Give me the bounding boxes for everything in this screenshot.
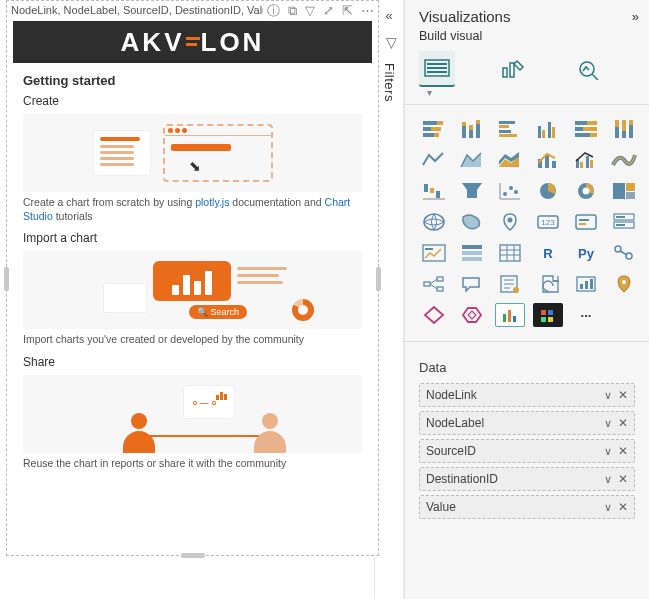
clustered-column-chart-icon[interactable] bbox=[533, 117, 563, 141]
funnel-chart-icon[interactable] bbox=[457, 179, 487, 203]
remove-field-icon[interactable]: ✕ bbox=[618, 472, 628, 486]
resize-handle-right[interactable] bbox=[376, 267, 381, 291]
power-automate-icon[interactable] bbox=[419, 303, 449, 327]
get-more-visuals-icon[interactable]: ··· bbox=[571, 303, 601, 327]
field-menu-icon[interactable]: ∨ bbox=[604, 445, 612, 458]
share-illustration[interactable]: ⚬─⚬ bbox=[23, 375, 362, 453]
plotlyjs-link[interactable]: plotly.js bbox=[195, 196, 229, 208]
hundred-stacked-column-icon[interactable] bbox=[609, 117, 639, 141]
svg-rect-20 bbox=[499, 121, 515, 124]
remove-field-icon[interactable]: ✕ bbox=[618, 388, 628, 402]
copy-icon[interactable]: ⧉ bbox=[288, 4, 297, 17]
remove-field-icon[interactable]: ✕ bbox=[618, 500, 628, 514]
svg-rect-107 bbox=[503, 314, 506, 322]
svg-rect-63 bbox=[613, 183, 625, 199]
arcgis-map-icon[interactable] bbox=[571, 272, 601, 296]
decomposition-tree-icon[interactable] bbox=[419, 272, 449, 296]
field-row[interactable]: SourceID ∨ ✕ bbox=[419, 439, 635, 463]
app-source-icon[interactable] bbox=[457, 303, 487, 327]
svg-rect-21 bbox=[499, 125, 509, 128]
line-clustered-column-icon[interactable] bbox=[571, 148, 601, 172]
field-row[interactable]: Value ∨ ✕ bbox=[419, 495, 635, 519]
filters-pane-collapsed: « ◁ Filters bbox=[375, 0, 404, 599]
map-icon[interactable] bbox=[419, 210, 449, 234]
gauge-icon[interactable]: 123 bbox=[533, 210, 563, 234]
collapse-visualizations-icon[interactable]: » bbox=[632, 9, 639, 24]
donut-chart-icon[interactable] bbox=[571, 179, 601, 203]
waterfall-chart-icon[interactable] bbox=[419, 179, 449, 203]
multi-row-card-icon[interactable] bbox=[609, 210, 639, 234]
build-visual-tab-format[interactable] bbox=[495, 51, 531, 87]
stacked-area-chart-icon[interactable] bbox=[495, 148, 525, 172]
azure-map-icon[interactable] bbox=[495, 210, 525, 234]
import-illustration[interactable]: 🔍 Search bbox=[23, 251, 362, 329]
key-influencers-icon[interactable] bbox=[609, 241, 639, 265]
clustered-bar-chart-icon[interactable] bbox=[495, 117, 525, 141]
resize-handle-bottom[interactable] bbox=[181, 553, 205, 558]
treemap-icon[interactable] bbox=[609, 179, 639, 203]
getting-started-title: Getting started bbox=[23, 73, 362, 88]
qa-visual-icon[interactable] bbox=[457, 272, 487, 296]
create-illustration[interactable]: ⬊ bbox=[23, 114, 362, 192]
svg-rect-39 bbox=[629, 120, 633, 125]
svg-rect-78 bbox=[425, 248, 433, 250]
stacked-column-chart-icon[interactable] bbox=[457, 117, 487, 141]
field-row[interactable]: NodeLabel ∨ ✕ bbox=[419, 411, 635, 435]
svg-point-62 bbox=[583, 188, 590, 195]
stacked-bar-chart-icon[interactable] bbox=[419, 117, 449, 141]
filters-label[interactable]: Filters bbox=[382, 63, 397, 102]
svg-rect-103 bbox=[590, 279, 593, 289]
focus-mode-icon[interactable]: ⤢ bbox=[323, 4, 334, 17]
svg-marker-105 bbox=[425, 307, 443, 323]
filled-map-icon[interactable] bbox=[457, 210, 487, 234]
line-chart-icon[interactable] bbox=[419, 148, 449, 172]
pin-icon[interactable]: ⇱ bbox=[342, 4, 353, 17]
field-menu-icon[interactable]: ∨ bbox=[604, 389, 612, 402]
build-visual-tab-analytics[interactable] bbox=[571, 51, 607, 87]
filter-pane-icon[interactable]: ◁ bbox=[381, 38, 397, 49]
akvelon-logo: AKVLON bbox=[121, 27, 265, 58]
line-stacked-column-icon[interactable] bbox=[533, 148, 563, 172]
table-icon[interactable] bbox=[495, 241, 525, 265]
ribbon-chart-icon[interactable] bbox=[609, 148, 639, 172]
scatter-chart-icon[interactable] bbox=[495, 179, 525, 203]
remove-field-icon[interactable]: ✕ bbox=[618, 416, 628, 430]
field-row[interactable]: NodeLink ∨ ✕ bbox=[419, 383, 635, 407]
svg-rect-102 bbox=[585, 281, 588, 289]
info-icon[interactable]: ⓘ bbox=[267, 4, 280, 17]
more-options-icon[interactable]: ⋯ bbox=[361, 4, 374, 17]
kpi-icon[interactable] bbox=[419, 241, 449, 265]
expand-filters-icon[interactable]: « bbox=[385, 8, 392, 23]
field-name: NodeLabel bbox=[426, 416, 604, 430]
remove-field-icon[interactable]: ✕ bbox=[618, 444, 628, 458]
field-menu-icon[interactable]: ∨ bbox=[604, 473, 612, 486]
matrix-icon[interactable]: R bbox=[533, 241, 563, 265]
svg-rect-101 bbox=[580, 284, 583, 289]
custom-visual-container[interactable]: NodeLink, NodeLabel, SourceID, Destinati… bbox=[6, 0, 379, 556]
paginated-report-icon[interactable] bbox=[533, 272, 563, 296]
custom-visual-1-icon[interactable] bbox=[495, 303, 525, 327]
area-chart-icon[interactable] bbox=[457, 148, 487, 172]
field-row[interactable]: DestinationID ∨ ✕ bbox=[419, 467, 635, 491]
svg-rect-16 bbox=[469, 130, 473, 138]
field-menu-icon[interactable]: ∨ bbox=[604, 501, 612, 514]
visual-header: NodeLink, NodeLabel, SourceID, Destinati… bbox=[7, 1, 378, 19]
smart-narrative-icon[interactable] bbox=[495, 272, 525, 296]
filter-icon[interactable]: ▽ bbox=[305, 4, 315, 17]
hundred-stacked-bar-icon[interactable] bbox=[571, 117, 601, 141]
slicer-icon[interactable] bbox=[457, 241, 487, 265]
svg-rect-112 bbox=[541, 317, 546, 322]
power-apps-icon[interactable] bbox=[609, 272, 639, 296]
svg-point-59 bbox=[514, 190, 518, 194]
card-icon[interactable] bbox=[571, 210, 601, 234]
python-visual-icon[interactable]: Py bbox=[571, 241, 601, 265]
custom-visual-2-icon[interactable] bbox=[533, 303, 563, 327]
akvelon-banner: AKVLON bbox=[13, 21, 372, 63]
pie-chart-icon[interactable] bbox=[533, 179, 563, 203]
resize-handle-left[interactable] bbox=[4, 267, 9, 291]
build-visual-tab-fields[interactable] bbox=[419, 51, 455, 87]
svg-rect-77 bbox=[423, 245, 445, 261]
field-menu-icon[interactable]: ∨ bbox=[604, 417, 612, 430]
svg-rect-71 bbox=[579, 219, 589, 221]
svg-rect-3 bbox=[427, 71, 447, 73]
